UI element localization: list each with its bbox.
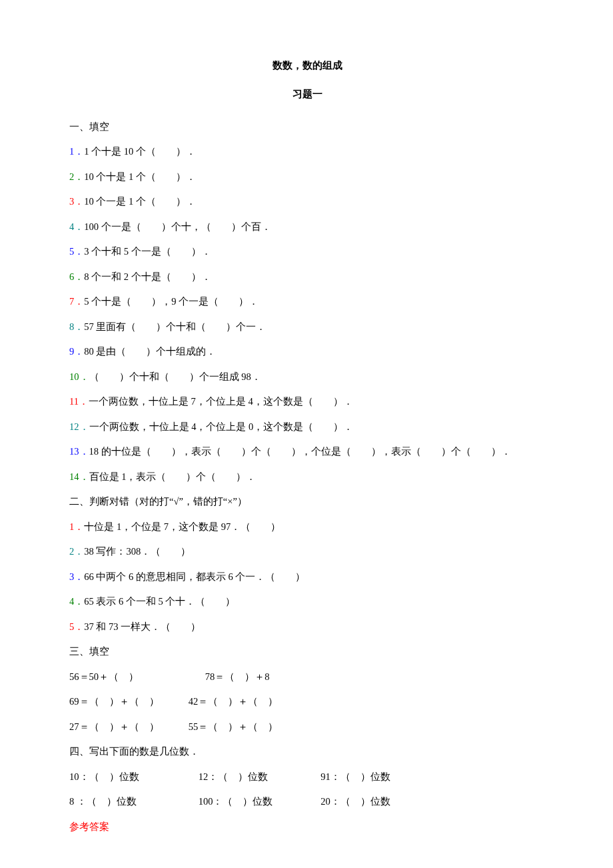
question-item: 3．10 个一是 1 个（ ）． — [69, 195, 545, 208]
question-item: 12．一个两位数，十位上是 4，个位上是 0，这个数是（ ）． — [69, 420, 545, 433]
question-item: 14．百位是 1，表示（ ）个（ ）． — [69, 470, 545, 483]
equation-text: 42＝（ ）＋（ ） — [189, 695, 315, 708]
equation-row: 56＝50＋（ ） 78＝（ ）＋8 — [69, 670, 545, 683]
question-number: 1． — [69, 146, 84, 157]
digits-text: 20：（ ）位数 — [320, 795, 390, 808]
digits-row: 8 ：（ ）位数 100：（ ）位数 20：（ ）位数 — [69, 795, 545, 808]
question-text: 一个两位数，十位上是 4，个位上是 0，这个数是（ ）． — [89, 421, 354, 432]
document-subtitle: 习题一 — [69, 87, 545, 101]
question-item: 1．十位是 1，个位是 7，这个数是 97．（ ） — [69, 520, 545, 533]
section-header: 一、填空 — [69, 120, 545, 133]
section-header: 四、写出下面的数是几位数． — [69, 745, 545, 758]
digits-text: 100：（ ）位数 — [199, 795, 318, 808]
question-text: 57 里面有（ ）个十和（ ）个一． — [84, 321, 266, 332]
question-item: 2．10 个十是 1 个（ ）． — [69, 170, 545, 183]
question-text: 3 个十和 5 个一是（ ）． — [84, 246, 211, 257]
digits-text: 12：（ ）位数 — [199, 770, 318, 783]
question-number: 11． — [69, 396, 89, 407]
equation-text: 55＝（ ）＋（ ） — [189, 720, 315, 733]
question-text: 十位是 1，个位是 7，这个数是 97．（ ） — [84, 521, 281, 532]
question-text: 10 个十是 1 个（ ）． — [84, 171, 196, 182]
question-text: 百位是 1，表示（ ）个（ ）． — [89, 471, 257, 482]
question-number: 2． — [69, 546, 84, 557]
equation-text: 69＝（ ）＋（ ） — [69, 695, 186, 708]
question-text: 1 个十是 10 个（ ）． — [84, 146, 196, 157]
question-text: 38 写作：308．（ ） — [84, 546, 191, 557]
equation-text: 78＝（ ）＋8 — [205, 670, 332, 683]
question-text: 65 表示 6 个一和 5 个十．（ ） — [84, 596, 235, 607]
question-item: 11．一个两位数，十位上是 7，个位上是 4，这个数是（ ）． — [69, 395, 545, 408]
question-text: 一个两位数，十位上是 7，个位上是 4，这个数是（ ）． — [89, 396, 353, 407]
question-item: 4．65 表示 6 个一和 5 个十．（ ） — [69, 595, 545, 608]
question-number: 6． — [69, 271, 84, 282]
question-item: 9．80 是由（ ）个十组成的． — [69, 345, 545, 358]
question-text: 80 是由（ ）个十组成的． — [84, 346, 216, 357]
question-number: 5． — [69, 621, 84, 632]
question-item: 8．57 里面有（ ）个十和（ ）个一． — [69, 320, 545, 333]
question-item: 6．8 个一和 2 个十是（ ）． — [69, 270, 545, 283]
question-item: 7．5 个十是（ ），9 个一是（ ）． — [69, 295, 545, 308]
equation-text: 56＝50＋（ ） — [69, 670, 203, 683]
section-header: 三、填空 — [69, 645, 545, 658]
equation-row: 27＝（ ）＋（ ） 55＝（ ）＋（ ） — [69, 720, 545, 733]
question-number: 4． — [69, 221, 84, 232]
question-number: 10． — [69, 371, 89, 382]
question-text: 37 和 73 一样大．（ ） — [84, 621, 201, 632]
digits-text: 91：（ ）位数 — [320, 770, 390, 783]
document-title: 数数，数的组成 — [69, 59, 545, 73]
question-item: 4．100 个一是（ ）个十，（ ）个百． — [69, 220, 545, 233]
question-text: （ ）个十和（ ）个一组成 98． — [89, 371, 261, 382]
question-item: 5．3 个十和 5 个一是（ ）． — [69, 245, 545, 258]
question-text: 18 的十位是（ ），表示（ ）个（ ），个位是（ ），表示（ ）个（ ）． — [89, 446, 511, 457]
question-item: 1．1 个十是 10 个（ ）． — [69, 145, 545, 158]
question-number: 8． — [69, 321, 84, 332]
digits-text: 10：（ ）位数 — [69, 770, 196, 783]
question-item: 13．18 的十位是（ ），表示（ ）个（ ），个位是（ ），表示（ ）个（ ）… — [69, 445, 545, 458]
question-item: 10．（ ）个十和（ ）个一组成 98． — [69, 370, 545, 383]
question-text: 66 中两个 6 的意思相同，都表示 6 个一．（ ） — [84, 571, 305, 582]
question-number: 4． — [69, 596, 84, 607]
question-number: 5． — [69, 246, 84, 257]
question-item: 5．37 和 73 一样大．（ ） — [69, 620, 545, 633]
question-number: 3． — [69, 196, 84, 207]
question-number: 12． — [69, 421, 89, 432]
question-number: 9． — [69, 346, 84, 357]
digits-text: 8 ：（ ）位数 — [69, 795, 196, 808]
question-text: 100 个一是（ ）个十，（ ）个百． — [84, 221, 271, 232]
question-item: 3．66 中两个 6 的意思相同，都表示 6 个一．（ ） — [69, 570, 545, 583]
digits-row: 10：（ ）位数 12：（ ）位数 91：（ ）位数 — [69, 770, 545, 783]
question-text: 8 个一和 2 个十是（ ）． — [84, 271, 211, 282]
question-number: 1． — [69, 521, 84, 532]
question-item: 2．38 写作：308．（ ） — [69, 545, 545, 558]
question-number: 14． — [69, 471, 89, 482]
question-number: 13． — [69, 446, 89, 457]
question-text: 5 个十是（ ），9 个一是（ ）． — [84, 296, 259, 307]
answer-header: 参考答案 — [69, 820, 545, 833]
equation-row: 69＝（ ）＋（ ） 42＝（ ）＋（ ） — [69, 695, 545, 708]
question-text: 10 个一是 1 个（ ）． — [84, 196, 196, 207]
section-header: 二、判断对错（对的打“√”，错的打“×”） — [69, 495, 545, 508]
question-number: 2． — [69, 171, 84, 182]
question-number: 7． — [69, 296, 84, 307]
equation-text: 27＝（ ）＋（ ） — [69, 720, 186, 733]
question-number: 3． — [69, 571, 84, 582]
